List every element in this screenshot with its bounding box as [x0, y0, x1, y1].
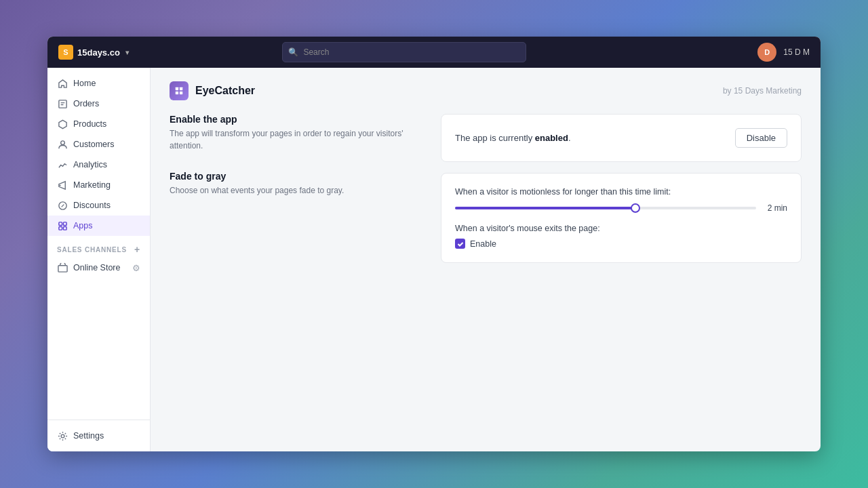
analytics-icon: [57, 159, 68, 170]
sidebar-item-marketing[interactable]: Marketing: [47, 175, 150, 195]
enable-section-desc: The app will transform your pages in ord…: [170, 127, 427, 152]
sidebar-item-apps[interactable]: Apps: [47, 216, 150, 236]
online-store-item[interactable]: Online Store ⚙: [47, 258, 150, 278]
home-icon: [57, 78, 68, 89]
online-store-label: Online Store: [73, 263, 120, 272]
status-value: enabled: [535, 133, 568, 143]
sales-channels-section: SALES CHANNELS +: [47, 236, 150, 258]
sidebar-item-analytics-label: Analytics: [73, 160, 107, 169]
svg-rect-11: [176, 92, 178, 94]
right-column: The app is currently enabled. Disable Wh…: [441, 114, 802, 274]
status-suffix: .: [568, 133, 571, 143]
avatar: D: [757, 43, 776, 62]
svg-rect-6: [63, 226, 66, 230]
search-icon: 🔍: [288, 47, 298, 57]
online-store-left: Online Store: [57, 262, 120, 273]
mouse-exit-label: When a visitor's mouse exits the page:: [455, 224, 787, 233]
app-header: EyeCatcher by 15 Days Marketing: [170, 81, 802, 100]
slider-value: 2 min: [763, 203, 787, 213]
settings-icon: [57, 430, 68, 441]
checkbox-label: Enable: [470, 239, 496, 249]
sidebar-item-marketing-label: Marketing: [73, 180, 111, 190]
svg-rect-4: [63, 222, 66, 225]
discounts-icon: [57, 200, 68, 211]
slider-fill: [455, 207, 635, 209]
brand-icon: S: [58, 45, 73, 60]
app-by-label: by 15 Days Marketing: [723, 86, 802, 96]
add-channel-icon[interactable]: +: [134, 244, 140, 255]
online-store-icon: [57, 262, 68, 273]
svg-rect-10: [180, 87, 182, 90]
topbar: S 15days.co ▾ 🔍 D 15 D M: [47, 37, 821, 68]
sidebar-item-discounts-label: Discounts: [73, 201, 111, 210]
topbar-right: D 15 D M: [757, 43, 810, 62]
svg-rect-5: [58, 226, 62, 230]
app-title-row: EyeCatcher: [170, 81, 255, 100]
svg-rect-9: [176, 87, 178, 90]
orders-icon: [57, 98, 68, 109]
sidebar-item-analytics[interactable]: Analytics: [47, 155, 150, 175]
svg-rect-3: [58, 222, 62, 225]
sidebar-item-home[interactable]: Home: [47, 73, 150, 94]
svg-rect-0: [58, 100, 66, 107]
search-bar: 🔍: [282, 42, 526, 62]
enable-card: The app is currently enabled. Disable: [441, 114, 802, 162]
slider-label: When a visitor is motionless for longer …: [455, 187, 787, 197]
products-icon: [57, 119, 68, 129]
sidebar-item-discounts[interactable]: Discounts: [47, 195, 150, 216]
svg-rect-7: [58, 265, 66, 271]
card-status-row: The app is currently enabled. Disable: [455, 128, 787, 148]
sidebar-item-orders[interactable]: Orders: [47, 94, 150, 114]
enable-section-left: Enable the app The app will transform yo…: [170, 114, 427, 152]
svg-point-8: [61, 434, 64, 438]
sidebar-item-customers-label: Customers: [73, 140, 114, 149]
card-status-text: The app is currently enabled.: [455, 133, 571, 143]
brand-label: 15days.co: [77, 47, 120, 58]
sidebar-bottom: Settings: [47, 420, 150, 451]
svg-point-1: [60, 140, 64, 144]
online-store-settings-icon[interactable]: ⚙: [132, 263, 140, 273]
status-prefix: The app is currently: [455, 133, 535, 143]
apps-icon: [57, 220, 68, 231]
app-name: EyeCatcher: [195, 85, 255, 97]
fade-section-desc: Choose on what events your pages fade to…: [170, 184, 427, 197]
checkbox-row: Enable: [455, 239, 787, 249]
left-column: Enable the app The app will transform yo…: [170, 114, 427, 216]
fade-section-left: Fade to gray Choose on what events your …: [170, 171, 427, 197]
sidebar-item-home-label: Home: [73, 79, 96, 88]
app-logo: [170, 81, 189, 100]
sidebar-item-apps-label: Apps: [73, 221, 93, 230]
slider-thumb: [631, 203, 640, 213]
slider-row: 2 min: [455, 203, 787, 213]
cards-area: Enable the app The app will transform yo…: [170, 114, 802, 274]
customers-icon: [57, 139, 68, 150]
sidebar: Home Orders Products: [47, 68, 151, 451]
topbar-timer: 15 D M: [783, 47, 810, 57]
settings-label: Settings: [73, 431, 104, 441]
sidebar-item-products[interactable]: Products: [47, 114, 150, 134]
brand-chevron-icon: ▾: [125, 49, 129, 56]
sidebar-item-orders-label: Orders: [73, 99, 99, 108]
sidebar-item-settings[interactable]: Settings: [47, 426, 150, 446]
body: Home Orders Products: [47, 68, 821, 451]
enable-section-title: Enable the app: [170, 114, 427, 125]
sidebar-item-customers[interactable]: Customers: [47, 134, 150, 155]
sidebar-item-products-label: Products: [73, 119, 106, 129]
enable-checkbox[interactable]: [455, 239, 465, 249]
fade-section-title: Fade to gray: [170, 171, 427, 182]
brand[interactable]: S 15days.co ▾: [58, 45, 167, 60]
main-content: EyeCatcher by 15 Days Marketing Enable t…: [151, 68, 821, 451]
slider-track[interactable]: [455, 207, 756, 209]
sales-channels-label: SALES CHANNELS: [57, 246, 127, 253]
marketing-icon: [57, 180, 68, 190]
fade-card: When a visitor is motionless for longer …: [441, 173, 802, 263]
disable-button[interactable]: Disable: [735, 128, 787, 148]
svg-rect-12: [180, 92, 182, 94]
search-input[interactable]: [282, 42, 526, 62]
